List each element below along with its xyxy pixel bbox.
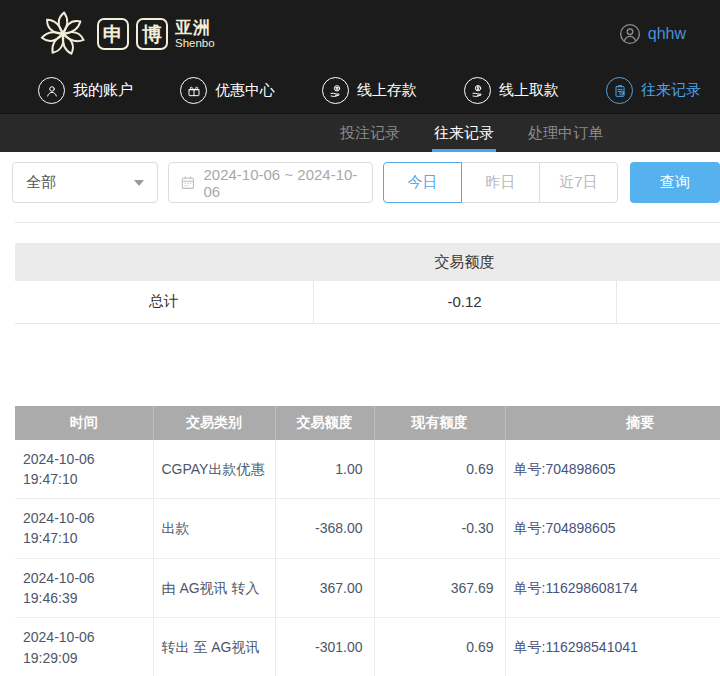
nav-item-promotions[interactable]: 优惠中心 <box>180 77 275 104</box>
table-row: 2024-10-06 19:29:09 转出 至 AG视讯 -301.00 0.… <box>15 618 720 676</box>
cell-time: 2024-10-06 19:29:09 <box>15 618 153 676</box>
cell-amount: -301.00 <box>275 618 374 676</box>
subnav-tabs: 投注记录 往来记录 处理中订单 <box>0 113 720 152</box>
cell-balance: 0.69 <box>374 440 505 499</box>
table-header-row: 时间 交易类别 交易额度 现有额度 摘要 <box>15 406 720 440</box>
cell-time: 2024-10-06 19:47:10 <box>15 440 153 499</box>
logo-char-shen: 申 <box>97 18 129 50</box>
summary-total-label: 总计 <box>15 281 313 323</box>
date-range-value: 2024-10-06 ~ 2024-10-06 <box>203 166 361 200</box>
nav-label: 线上取款 <box>499 81 559 100</box>
cell-summary: 单号:116298608174 <box>505 558 720 618</box>
cell-time: 2024-10-06 19:46:39 <box>15 558 153 618</box>
today-button[interactable]: 今日 <box>383 162 462 203</box>
cell-summary: 单号:704898605 <box>505 499 720 559</box>
calendar-icon <box>180 174 196 191</box>
tab-betting-records[interactable]: 投注记录 <box>338 114 402 152</box>
summary-header-row: 交易额度 <box>15 243 720 281</box>
nav-item-records[interactable]: 往来记录 <box>606 77 701 104</box>
gift-icon <box>180 77 207 104</box>
tab-pending-orders[interactable]: 处理中订单 <box>526 114 605 152</box>
table-row: 2024-10-06 19:46:39 由 AG视讯 转入 367.00 367… <box>15 558 720 618</box>
nav-label: 线上存款 <box>357 81 417 100</box>
date-range-input[interactable]: 2024-10-06 ~ 2024-10-06 <box>168 162 373 203</box>
selected-option-label: 全部 <box>26 173 56 192</box>
tab-transaction-records[interactable]: 往来记录 <box>432 114 496 152</box>
nav-label: 往来记录 <box>641 81 701 100</box>
logo-region: 亚洲 <box>175 19 215 37</box>
summary-header-amount: 交易额度 <box>313 243 616 281</box>
cell-category: 由 AG视讯 转入 <box>153 558 275 618</box>
deposit-coin-icon <box>322 77 349 104</box>
cell-summary: 单号:116298541041 <box>505 618 720 676</box>
last7days-button[interactable]: 近7日 <box>539 162 618 203</box>
cell-amount: 1.00 <box>275 440 374 499</box>
table-row: 2024-10-06 19:47:10 CGPAY出款优惠 1.00 0.69 … <box>15 440 720 499</box>
transaction-records-page: 申 博 亚洲 Shenbo qhhw 我的账户 <box>0 0 720 676</box>
cell-time: 2024-10-06 19:47:10 <box>15 499 153 559</box>
user-icon <box>38 77 65 104</box>
withdraw-coin-icon <box>464 77 491 104</box>
chevron-down-icon <box>134 180 144 186</box>
transaction-type-select[interactable]: 全部 <box>12 162 158 203</box>
search-button[interactable]: 查询 <box>630 162 720 203</box>
logo-text: 亚洲 Shenbo <box>175 19 215 49</box>
section-divider <box>15 222 720 223</box>
records-table: 时间 交易类别 交易额度 现有额度 摘要 2024-10-06 19:47:10… <box>15 406 720 676</box>
col-header-category: 交易类别 <box>153 406 275 440</box>
summary-empty-cell <box>616 281 720 323</box>
cell-category: 出款 <box>153 499 275 559</box>
summary-total-row: 总计 -0.12 <box>15 281 720 323</box>
summary-line: 单号:704898605 <box>514 459 720 479</box>
user-avatar-icon <box>619 23 641 45</box>
summary-total-value: -0.12 <box>313 281 616 323</box>
cell-category: CGPAY出款优惠 <box>153 440 275 499</box>
cell-summary: 单号:704898605 <box>505 440 720 499</box>
nav-label: 优惠中心 <box>215 81 275 100</box>
topbar: 申 博 亚洲 Shenbo qhhw <box>0 0 720 68</box>
nav-item-deposit[interactable]: 线上存款 <box>322 77 417 104</box>
col-header-summary: 摘要 <box>505 406 720 440</box>
cell-amount: -368.00 <box>275 499 374 559</box>
cell-balance: 0.69 <box>374 618 505 676</box>
logo-subtitle: Shenbo <box>175 37 215 49</box>
summary-line: 单号:704898605 <box>514 518 720 538</box>
summary-header-empty <box>15 243 313 281</box>
table-row: 2024-10-06 19:47:10 出款 -368.00 -0.30 单号:… <box>15 499 720 559</box>
col-header-balance: 现有额度 <box>374 406 505 440</box>
nav-label: 我的账户 <box>73 81 133 100</box>
user-account-link[interactable]: qhhw <box>619 23 686 45</box>
summary-line: 单号:116298541041 <box>514 637 720 657</box>
username-label: qhhw <box>648 25 686 43</box>
col-header-time: 时间 <box>15 406 153 440</box>
summary-table: 交易额度 总计 -0.12 <box>15 243 720 324</box>
nav-item-my-account[interactable]: 我的账户 <box>38 77 133 104</box>
summary-header-empty <box>616 243 720 281</box>
cell-balance: 367.69 <box>374 558 505 618</box>
brand-logo[interactable]: 申 博 亚洲 Shenbo <box>36 7 215 61</box>
filter-bar: 全部 2024-10-06 ~ 2024-10-06 今日 昨日 近7日 查询 <box>12 162 720 203</box>
col-header-amount: 交易额度 <box>275 406 374 440</box>
records-icon <box>606 77 633 104</box>
summary-line: 单号:116298608174 <box>514 578 720 598</box>
flower-logo-icon <box>36 7 90 61</box>
cell-amount: 367.00 <box>275 558 374 618</box>
cell-category: 转出 至 AG视讯 <box>153 618 275 676</box>
cell-balance: -0.30 <box>374 499 505 559</box>
nav-item-withdraw[interactable]: 线上取款 <box>464 77 559 104</box>
quick-range-group: 今日 昨日 近7日 <box>383 162 618 203</box>
logo-char-bo: 博 <box>136 18 168 50</box>
main-nav: 我的账户 优惠中心 线上存款 线上取款 往来记录 <box>0 68 720 113</box>
yesterday-button[interactable]: 昨日 <box>461 162 540 203</box>
